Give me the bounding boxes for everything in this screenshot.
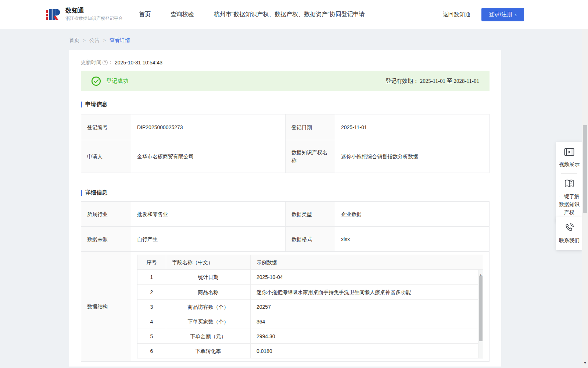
field-name: 下单金额（元） (166, 329, 251, 343)
field-label: 数据知识产权名称 (286, 140, 335, 173)
login-register-label: 登录/注册 (489, 11, 512, 18)
validity-period: 登记有效期： 2025-11-01 至 2028-11-01 (386, 78, 479, 85)
ip-guide-button[interactable]: 一键了解数据知识产权 (558, 179, 580, 216)
sample-data: 2025-10-04 (251, 270, 478, 284)
field-label: 数据格式 (286, 227, 335, 252)
field-value: 自行产生 (131, 227, 286, 252)
inner-table-scrollbar[interactable]: ▲ (478, 270, 483, 358)
field-label: 申请人 (81, 140, 131, 173)
field-label: 所属行业 (81, 202, 131, 227)
sample-data: 20257 (251, 300, 478, 314)
phone-icon (564, 223, 574, 233)
column-header: 字段名称（中文） (166, 255, 251, 269)
sample-data: 2994.30 (251, 329, 478, 343)
data-structure-table: 序号 字段名称（中文） 示例数据 1 统计日期 2025-10-04 2 商品名… (137, 255, 483, 358)
row-index: 6 (137, 344, 166, 358)
field-label: 数据结构 (81, 252, 131, 362)
table-row: 数据来源 自行产生 数据格式 xlsx (81, 227, 490, 252)
validity-value: 2025-11-01 至 2028-11-01 (420, 78, 479, 84)
logo-title: 数知通 (65, 7, 123, 14)
book-icon (564, 179, 574, 188)
table-row: 申请人 金华市名硕商贸有限公司 数据知识产权名称 迷你小拖把综合销售指数分析数据 (81, 140, 490, 173)
contact-us-button[interactable]: 联系我们 (558, 223, 580, 244)
table-row: 所属行业 批发和零售业 数据类型 企业数据 (81, 202, 490, 227)
ip-guide-label: 一键了解数据知识产权 (558, 192, 580, 216)
field-label: 数据来源 (81, 227, 131, 252)
data-structure-cell: 序号 字段名称（中文） 示例数据 1 统计日期 2025-10-04 2 商品名… (131, 252, 490, 362)
section-title-bar (81, 102, 82, 107)
column-header: 示例数据 (251, 255, 483, 269)
table-row: 3 商品访客数（个） 20257 (137, 299, 478, 314)
divider (561, 173, 577, 174)
row-index: 4 (137, 314, 166, 329)
sample-data: 迷你小拖把海绵吸水家用桌面手持免手洗卫生间懒人擦桌神器多功能 (251, 285, 478, 299)
header-right: 返回数知通 登录/注册 › (443, 8, 524, 21)
floating-panel-bottom: 联系我们 (556, 217, 582, 250)
table-row: 5 下单金额（元） 2994.30 (137, 329, 478, 343)
update-time-colon: ： (108, 59, 113, 66)
table-row: 数据结构 序号 字段名称（中文） 示例数据 1 统计日期 2025-10-04 (81, 252, 490, 362)
detail-card: 更新时间 ? ： 2025-10-31 10:54:43 登记成功 登记有效期：… (69, 50, 501, 367)
nav-home[interactable]: 首页 (139, 11, 151, 18)
video-showcase-button[interactable]: 视频展示 (558, 148, 580, 168)
breadcrumb-announcement[interactable]: 公告 (89, 37, 100, 44)
sample-data: 364 (251, 314, 478, 329)
login-register-button[interactable]: 登录/注册 › (481, 8, 524, 21)
field-value: xlsx (335, 227, 490, 252)
floating-panel-top: 视频展示 一键了解数据知识产权 (556, 142, 582, 222)
sample-data: 0.0180 (251, 344, 478, 358)
table-row: 4 下单买家数（个） 364 (137, 314, 478, 329)
data-structure-body: 1 统计日期 2025-10-04 2 商品名称 迷你小拖把海绵吸水家用桌面手持… (137, 270, 478, 358)
section-title-text: 申请信息 (85, 101, 107, 108)
success-banner: 登记成功 登记有效期： 2025-11-01 至 2028-11-01 (81, 71, 490, 91)
section-apply-info-title: 申请信息 (81, 101, 490, 108)
page-scrollbar[interactable]: ▼ (582, 29, 588, 368)
field-name: 商品名称 (166, 285, 251, 299)
table-row: 登记编号 DIP2025000025273 登记日期 2025-11-01 (81, 114, 490, 140)
update-time-label: 更新时间 (81, 59, 101, 66)
section-title-bar (81, 190, 82, 196)
success-status-text: 登记成功 (106, 78, 128, 85)
row-index: 2 (137, 285, 166, 299)
row-index: 3 (137, 300, 166, 314)
logo-mark-icon (46, 7, 61, 22)
field-value: 2025-11-01 (335, 114, 490, 140)
table-row: 2 商品名称 迷你小拖把海绵吸水家用桌面手持免手洗卫生间懒人擦桌神器多功能 (137, 284, 478, 299)
field-name: 下单买家数（个） (166, 314, 251, 329)
row-index: 5 (137, 329, 166, 343)
row-index: 1 (137, 270, 166, 284)
scrollbar-thumb[interactable] (479, 276, 483, 341)
field-name: 商品访客数（个） (166, 300, 251, 314)
field-label: 数据类型 (286, 202, 335, 227)
field-value: 金华市名硕商贸有限公司 (131, 140, 286, 173)
update-time-value: 2025-10-31 10:54:43 (115, 60, 162, 66)
section-title-text: 详细信息 (85, 189, 107, 196)
field-value: 企业数据 (335, 202, 490, 227)
breadcrumb-separator: > (103, 38, 106, 43)
logo[interactable]: 数知通 浙江省数据知识产权登记平台 (46, 7, 123, 22)
field-value: 迷你小拖把综合销售指数分析数据 (335, 140, 490, 173)
field-label: 登记编号 (81, 114, 131, 140)
scrollbar-down-icon[interactable]: ▼ (582, 361, 588, 365)
main-nav: 首页 查询校验 杭州市“数据知识产权、数据产权、数据资产”协同登记申请 (139, 11, 365, 18)
detail-info-table: 所属行业 批发和零售业 数据类型 企业数据 数据来源 自行产生 数据格式 xls… (81, 201, 490, 362)
breadcrumb: 首页 > 公告 > 查看详情 (0, 29, 588, 44)
video-showcase-label: 视频展示 (558, 160, 580, 168)
scrollbar-thumb[interactable] (583, 125, 587, 213)
data-structure-header-row: 序号 字段名称（中文） 示例数据 (137, 255, 483, 270)
breadcrumb-home[interactable]: 首页 (69, 37, 79, 44)
back-to-shuzhitong-link[interactable]: 返回数知通 (443, 11, 470, 18)
apply-info-table: 登记编号 DIP2025000025273 登记日期 2025-11-01 申请… (81, 114, 490, 173)
field-value: 批发和零售业 (131, 202, 286, 227)
breadcrumb-current: 查看详情 (110, 37, 130, 44)
field-label: 登记日期 (286, 114, 335, 140)
success-banner-left: 登记成功 (91, 76, 128, 86)
update-time-row: 更新时间 ? ： 2025-10-31 10:54:43 (81, 59, 490, 66)
table-row: 6 下单转化率 0.0180 (137, 343, 478, 358)
table-row: 1 统计日期 2025-10-04 (137, 270, 478, 284)
nav-query-verify[interactable]: 查询校验 (171, 11, 194, 18)
header: 数知通 浙江省数据知识产权登记平台 首页 查询校验 杭州市“数据知识产权、数据产… (0, 0, 588, 29)
nav-hangzhou-collab-registration[interactable]: 杭州市“数据知识产权、数据产权、数据资产”协同登记申请 (214, 11, 365, 18)
help-icon[interactable]: ? (103, 60, 108, 65)
field-name: 下单转化率 (166, 344, 251, 358)
